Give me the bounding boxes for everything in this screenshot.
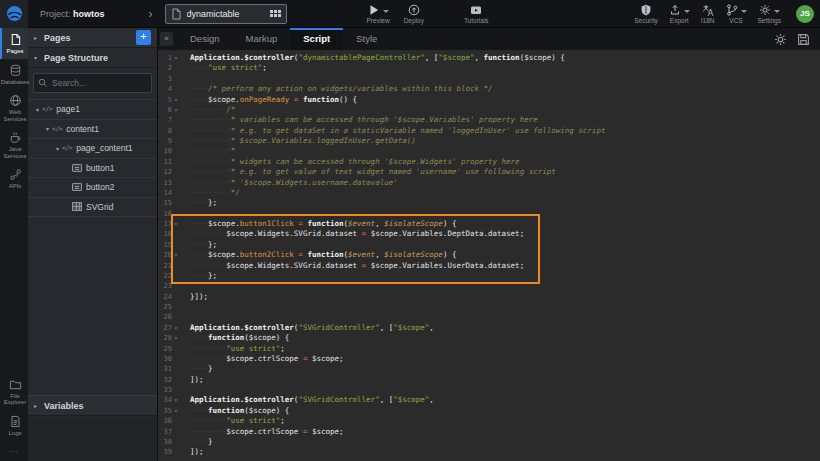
code-line[interactable]: 9·········* $scope.Variables.loggedInUse… xyxy=(158,136,820,146)
code-line[interactable]: 28▾····function($scope) { xyxy=(158,333,820,343)
tree-expander-icon[interactable]: ▾ xyxy=(53,145,62,152)
tutorials-button[interactable]: Tutorials xyxy=(464,3,489,24)
add-page-button[interactable]: + xyxy=(136,30,151,45)
code-line[interactable]: 16 xyxy=(158,209,820,219)
tree-item-SVGrid[interactable]: SVGrid xyxy=(28,198,157,218)
code-line[interactable]: 32]); xyxy=(158,375,820,385)
tree-item-button2[interactable]: button2 xyxy=(28,178,157,198)
code-line[interactable]: 37········$scope.ctrlScope = $scope; xyxy=(158,427,820,437)
code-line[interactable]: 26 xyxy=(158,312,820,322)
code-text: ····}; xyxy=(180,240,217,250)
code-line[interactable]: 6▾········/* xyxy=(158,105,820,115)
code-editor[interactable]: 1▾Application.$controller("dynamictableP… xyxy=(158,50,820,461)
tree-item-page_content1[interactable]: ▾</>page_content1 xyxy=(28,139,157,159)
export-button[interactable]: Export xyxy=(669,3,690,24)
fold-toggle-icon[interactable]: ▾ xyxy=(172,406,180,416)
code-line[interactable]: 12·········* e.g. to get value of text w… xyxy=(158,167,820,177)
code-line[interactable]: 20▾····$scope.button2Click = function($e… xyxy=(158,250,820,260)
chevron-down-icon[interactable] xyxy=(684,10,690,13)
collapse-sidebar-icon[interactable]: « xyxy=(160,32,173,46)
code-line[interactable]: 36········"use strict"; xyxy=(158,416,820,426)
code-line[interactable]: 21········$scope.Widgets.SVGrid.dataset … xyxy=(158,261,820,271)
rail-item-databases[interactable]: Databases xyxy=(0,59,28,90)
rail-item-file-explorer[interactable]: File Explorer xyxy=(0,373,28,410)
code-line[interactable]: 19····}; xyxy=(158,240,820,250)
tab-style[interactable]: Style xyxy=(343,28,390,50)
i18n-button[interactable]: A I18N xyxy=(701,3,715,24)
fold-toggle-icon[interactable]: ▾ xyxy=(172,219,180,229)
tab-markup[interactable]: Markup xyxy=(233,28,291,50)
fold-toggle-icon[interactable]: ▾ xyxy=(172,333,180,343)
code-line[interactable]: 23 xyxy=(158,281,820,291)
code-line[interactable]: 27▾Application.$controller("SVGridContro… xyxy=(158,323,820,333)
code-line[interactable]: 34▾Application.$controller("SVGridContro… xyxy=(158,395,820,405)
rail-more-button[interactable]: ... xyxy=(0,440,28,461)
code-line[interactable]: 1▾Application.$controller("dynamictableP… xyxy=(158,53,820,63)
tab-design[interactable]: Design xyxy=(177,28,233,50)
code-line[interactable]: 2····"use strict"; xyxy=(158,63,820,73)
deploy-button[interactable]: Deploy xyxy=(404,3,424,24)
code-line[interactable]: 8·········* e.g. to get dataSet in a sta… xyxy=(158,126,820,136)
tree-item-page1[interactable]: ▾</>page1 xyxy=(28,100,157,120)
fold-toggle-icon[interactable]: ▾ xyxy=(172,95,180,105)
code-line[interactable]: 18········$scope.Widgets.SVGrid.dataset … xyxy=(158,229,820,239)
page-structure-header[interactable]: ▾ Page Structure xyxy=(28,48,157,68)
save-icon[interactable] xyxy=(797,33,810,46)
code-line[interactable]: 38····} xyxy=(158,437,820,447)
tree-expander-icon[interactable]: ▾ xyxy=(33,106,42,113)
deploy-icon xyxy=(408,4,420,16)
security-button[interactable]: Security xyxy=(634,3,657,24)
fold-toggle-icon[interactable]: ▾ xyxy=(172,250,180,260)
tree-item-button1[interactable]: button1 xyxy=(28,159,157,179)
code-line[interactable]: 31····} xyxy=(158,364,820,374)
code-line[interactable]: 14·········*/ xyxy=(158,188,820,198)
fold-toggle-icon[interactable]: ▾ xyxy=(172,323,180,333)
code-line[interactable]: 7·········* variables can be accessed th… xyxy=(158,115,820,125)
search-input[interactable] xyxy=(48,78,151,88)
code-line[interactable]: 3 xyxy=(158,74,820,84)
code-line[interactable]: 29········"use strict"; xyxy=(158,344,820,354)
code-line[interactable]: 5▾····$scope.onPageReady = function() { xyxy=(158,95,820,105)
tree-expander-icon[interactable]: ▾ xyxy=(43,125,52,132)
app-logo[interactable] xyxy=(0,0,28,28)
tree-item-content1[interactable]: ▾</>content1 xyxy=(28,120,157,140)
code-line[interactable]: 10·········* xyxy=(158,146,820,156)
rail-item-pages[interactable]: Pages xyxy=(0,28,28,59)
code-text: ········$scope.ctrlScope = $scope; xyxy=(180,427,344,437)
code-line[interactable]: 24}]); xyxy=(158,292,820,302)
grid-view-icon[interactable] xyxy=(270,10,281,17)
code-line[interactable]: 22····}; xyxy=(158,271,820,281)
fold-toggle-icon[interactable]: ▾ xyxy=(172,395,180,405)
code-line[interactable]: 13·········* '$scope.Widgets.username.da… xyxy=(158,178,820,188)
line-number: 7 xyxy=(158,115,172,125)
chevron-down-icon[interactable] xyxy=(774,10,780,13)
chevron-down-icon[interactable] xyxy=(741,10,747,13)
preview-button[interactable]: Preview xyxy=(367,3,390,24)
code-line[interactable]: 33 xyxy=(158,385,820,395)
code-line[interactable]: 11·········* widgets can be accessed thr… xyxy=(158,157,820,167)
editor-settings-gear-icon[interactable] xyxy=(774,33,787,46)
chevron-down-icon[interactable] xyxy=(383,10,389,13)
database-icon xyxy=(9,64,22,77)
settings-button[interactable]: Settings xyxy=(758,3,782,24)
pages-section-header[interactable]: ▸ Pages + xyxy=(28,28,157,48)
code-line[interactable]: 15····}; xyxy=(158,198,820,208)
fold-toggle-icon[interactable]: ▾ xyxy=(172,105,180,115)
code-line[interactable]: 25 xyxy=(158,302,820,312)
code-line[interactable]: 35▾····function($scope) { xyxy=(158,406,820,416)
rail-item-java-services[interactable]: Java Services xyxy=(0,126,28,163)
fold-toggle-icon[interactable]: ▾ xyxy=(172,53,180,63)
code-line[interactable]: 30········$scope.ctrlScope = $scope; xyxy=(158,354,820,364)
page-tab-dynamictable[interactable]: dynamictable xyxy=(165,4,287,24)
line-number: 29 xyxy=(158,344,172,354)
user-avatar[interactable]: JS xyxy=(796,5,814,23)
vcs-button[interactable]: VCS xyxy=(726,3,747,24)
rail-item-logs[interactable]: Logs xyxy=(0,410,28,441)
rail-item-apis[interactable]: APIs xyxy=(0,163,28,194)
code-line[interactable]: 39]); xyxy=(158,447,820,457)
rail-item-web-services[interactable]: Web Services xyxy=(0,89,28,126)
variables-section-header[interactable]: ▸ Variables xyxy=(28,395,157,416)
tab-script[interactable]: Script xyxy=(290,28,343,50)
code-line[interactable]: 17▾····$scope.button1Click = function($e… xyxy=(158,219,820,229)
code-line[interactable]: 4····/* perform any action on widgets/va… xyxy=(158,84,820,94)
